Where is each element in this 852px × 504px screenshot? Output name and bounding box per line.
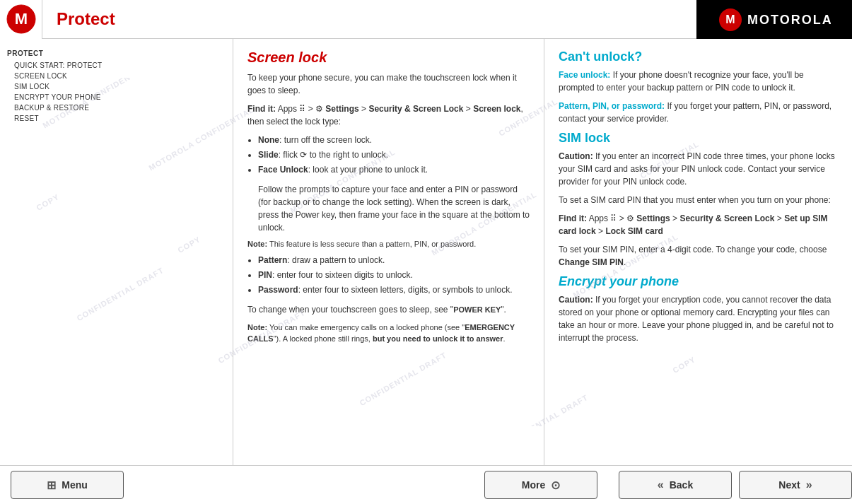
change-sleep-post: ". [501,305,506,315]
sim-body-text: To set a SIM card PIN that you must ente… [559,194,838,206]
cant-unlock-heading: Can't unlock? [559,49,838,64]
encrypt-caution-label: Caution: [559,295,593,305]
svg-text:MOTOROLA: MOTOROLA [747,13,831,27]
next-icon: » [806,479,812,491]
note2-label: Note: [247,323,267,332]
lock-type-list-2: Pattern: draw a pattern to unlock. PIN: … [247,254,530,298]
find-it-label: Find it: [247,104,276,114]
sim-lock-heading: SIM lock [559,131,838,146]
pattern-right: Pattern, PIN, or password: If you forget… [559,100,838,125]
sidebar-item-reset[interactable]: RESET [7,113,226,124]
left-column: Screen lock To keep your phone secure, y… [233,39,544,465]
menu-button[interactable]: ⊞ Menu [11,471,124,499]
pattern-label: Pattern, PIN, or password: [559,101,665,111]
find-it-detail: Apps ⠿ > ⚙ Settings > Security & Screen … [247,104,525,127]
list-item-pin: PIN: enter four to sixteen digits to unl… [258,269,530,282]
back-button[interactable]: « Back [619,471,732,499]
sidebar-item-sim-lock[interactable]: SIM LOCK [7,81,226,92]
face-unlock-detail: Follow the prompts to capture your face … [258,183,530,234]
list-item-none: None: turn off the screen lock. [258,134,530,147]
list-item-face-unlock: Face Unlock: look at your phone to unloc… [258,163,530,177]
svg-text:M: M [14,10,27,28]
find-it-text: Find it: Apps ⠿ > ⚙ Settings > Security … [247,102,530,128]
sim-caution-label: Caution: [559,151,593,161]
sim-change-pre: To set your SIM PIN, enter a 4-digit cod… [559,245,827,254]
menu-icon: ⊞ [47,479,56,492]
encrypt-heading: Encrypt your phone [559,274,838,289]
sim-find-it: Find it: Apps ⠿ > ⚙ Settings > Security … [559,212,838,238]
note2-bold: but you need to unlock it to answer [373,334,503,343]
motorola-logo: M [0,0,42,39]
header: M Protect M MOTOROLA [0,0,852,39]
sidebar-item-encrypt[interactable]: ENCRYPT YOUR PHONE [7,92,226,102]
list-item-slide: Slide: flick ⟳ to the right to unlock. [258,148,530,162]
sidebar: PROTECT QUICK START: PROTECT SCREEN LOCK… [0,39,233,465]
bottom-nav: ⊞ Menu More ⊙ « Back Next » [0,465,852,504]
lock-type-list: None: turn off the screen lock. Slide: f… [247,134,530,177]
menu-label: Menu [62,479,88,491]
next-label: Next [778,479,800,491]
more-icon: ⊙ [551,479,560,492]
sim-find-label: Find it: [559,213,587,223]
note2-post: "). A locked phone still rings, [274,334,373,343]
sidebar-section-protect: PROTECT [7,49,226,57]
back-label: Back [670,479,693,491]
note1-text: This feature is less secure than a patte… [269,240,476,248]
more-button[interactable]: More ⊙ [484,471,597,499]
right-column: Can't unlock? Face unlock: If your phone… [544,39,852,465]
sim-change-end: . [624,257,626,267]
change-sleep-text: To change when your touchscreen goes to … [247,303,530,316]
screen-lock-intro: To keep your phone secure, you can make … [247,71,530,97]
svg-text:M: M [725,13,735,25]
note2-end: . [503,334,506,343]
brand-bar: M MOTOROLA [696,0,852,39]
sim-find-text: Apps ⠿ > ⚙ Settings > Security & Screen … [559,213,827,236]
page-title: Protect [57,9,115,29]
face-unlock-label: Face unlock: [559,70,610,80]
sim-caution: Caution: If you enter an incorrect PIN c… [559,150,838,188]
main-layout: MOTOROLA CONFIDENTIAL MOTOROLA CONFIDENT… [0,39,852,465]
encrypt-caution: Caution: If you forget your encryption c… [559,293,838,344]
face-unlock-detail-text: Follow the prompts to capture your face … [258,184,530,233]
sidebar-item-backup[interactable]: BACKUP & RESTORE [7,102,226,113]
next-button[interactable]: Next » [739,471,852,499]
note2: Note: You can make emergency calls on a … [247,322,530,345]
sim-caution-text: If you enter an incorrect PIN code three… [559,151,835,187]
more-label: More [522,479,545,491]
sim-change-bold: Change SIM PIN [559,257,624,267]
list-item-password: Password: enter four to sixteen letters,… [258,283,530,297]
content-area: Screen lock To keep your phone secure, y… [233,39,852,465]
list-item-pattern: Pattern: draw a pattern to unlock. [258,254,530,267]
sim-change-text: To set your SIM PIN, enter a 4-digit cod… [559,243,838,269]
change-sleep-pre: To change when your touchscreen goes to … [247,305,453,315]
note2-text: You can make emergency calls on a locked… [269,323,465,332]
face-unlock-right: Face unlock: If your phone doesn't recog… [559,69,838,94]
power-key-caps: POWER KEY [453,305,501,314]
sidebar-item-screen-lock[interactable]: SCREEN LOCK [7,71,226,81]
back-icon: « [658,479,664,491]
screen-lock-heading: Screen lock [247,49,530,66]
sidebar-item-quick-start[interactable]: QUICK START: PROTECT [7,60,226,71]
note1: Note: This feature is less secure than a… [247,238,530,250]
encrypt-caution-text: If you forget your encryption code, you … [559,295,834,343]
note1-label: Note: [247,240,267,248]
